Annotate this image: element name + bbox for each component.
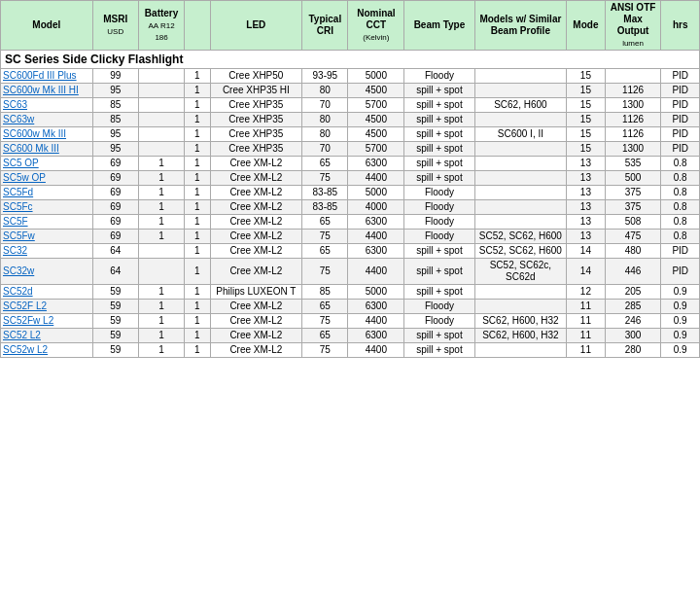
cct-cell: 4000 — [348, 200, 404, 215]
mode-cell: 15 — [567, 142, 605, 157]
led-cell: Cree XM-L2 — [210, 215, 302, 230]
mode-cell: 11 — [567, 329, 605, 343]
model-cell[interactable]: SC52 L2 — [1, 329, 93, 343]
table-row: SC600Fd III Plus 99 1 Cree XHP50 93-95 5… — [1, 69, 700, 84]
section-title: SC Series Side Clicky Flashlight — [1, 51, 700, 69]
hrs-cell: 0.9 — [661, 314, 700, 329]
beam-cell: Floody — [404, 314, 474, 329]
cct-cell: 6300 — [348, 157, 404, 171]
count-cell: 1 — [185, 244, 210, 259]
msri-cell: 69 — [92, 157, 138, 171]
battery-cell — [138, 259, 184, 285]
battery-cell — [138, 113, 184, 127]
count-cell: 1 — [185, 84, 210, 98]
model-cell[interactable]: SC63 — [1, 98, 93, 113]
cri-cell: 80 — [302, 127, 348, 142]
model-cell[interactable]: SC600 Mk III — [1, 142, 93, 157]
mode-cell: 14 — [567, 244, 605, 259]
beam-cell: Floody — [404, 200, 474, 215]
count-cell: 1 — [185, 314, 210, 329]
cri-cell: 65 — [302, 300, 348, 314]
beam-cell: spill + spot — [404, 329, 474, 343]
table-row: SC32 64 1 Cree XM-L2 65 6300 spill + spo… — [1, 244, 700, 259]
led-cell: Cree XM-L2 — [210, 300, 302, 314]
battery-cell: 1 — [138, 314, 184, 329]
count-cell: 1 — [185, 69, 210, 84]
cri-cell: 80 — [302, 84, 348, 98]
model-cell[interactable]: SC32 — [1, 244, 93, 259]
model-cell[interactable]: SC600Fd III Plus — [1, 69, 93, 84]
similar-cell — [474, 69, 567, 84]
ansi-cell: 205 — [605, 285, 661, 300]
model-cell[interactable]: SC5Fw — [1, 230, 93, 244]
mode-cell: 15 — [567, 127, 605, 142]
beam-cell: Floody — [404, 300, 474, 314]
model-cell[interactable]: SC52Fw L2 — [1, 314, 93, 329]
model-cell[interactable]: SC600w Mk III — [1, 127, 93, 142]
col-ansi: ANSI OTF Max Outputlumen — [605, 1, 661, 51]
ansi-cell: 535 — [605, 157, 661, 171]
model-cell[interactable]: SC5 OP — [1, 157, 93, 171]
cri-cell: 75 — [302, 171, 348, 186]
model-cell[interactable]: SC5F — [1, 215, 93, 230]
cri-cell: 65 — [302, 215, 348, 230]
model-cell[interactable]: SC32w — [1, 259, 93, 285]
beam-cell: spill + spot — [404, 127, 474, 142]
battery-cell — [138, 244, 184, 259]
led-cell: Cree XM-L2 — [210, 171, 302, 186]
cct-cell: 5700 — [348, 98, 404, 113]
led-cell: Cree XM-L2 — [210, 186, 302, 200]
count-cell: 1 — [185, 157, 210, 171]
led-cell: Cree XHP35 — [210, 113, 302, 127]
col-mode: Mode — [567, 1, 605, 51]
beam-cell: Floody — [404, 230, 474, 244]
cri-cell: 75 — [302, 230, 348, 244]
model-cell[interactable]: SC52d — [1, 285, 93, 300]
beam-cell: Floody — [404, 69, 474, 84]
led-cell: Cree XM-L2 — [210, 329, 302, 343]
col-cri: Typical CRI — [302, 1, 348, 51]
led-cell: Cree XHP35 — [210, 142, 302, 157]
cct-cell: 5000 — [348, 69, 404, 84]
table-row: SC52F L2 59 1 1 Cree XM-L2 65 6300 Flood… — [1, 300, 700, 314]
hrs-cell: PID — [661, 259, 700, 285]
count-cell: 1 — [185, 142, 210, 157]
msri-cell: 69 — [92, 186, 138, 200]
ansi-cell: 475 — [605, 230, 661, 244]
similar-cell — [474, 84, 567, 98]
count-cell: 1 — [185, 300, 210, 314]
model-cell[interactable]: SC5Fd — [1, 186, 93, 200]
cct-cell: 4500 — [348, 113, 404, 127]
col-battery: BatteryAA R12 186 — [138, 1, 184, 51]
similar-cell: SC52, SC62, H600 — [474, 230, 567, 244]
model-cell[interactable]: SC63w — [1, 113, 93, 127]
model-cell[interactable]: SC600w Mk III HI — [1, 84, 93, 98]
col-msri: MSRIUSD — [92, 1, 138, 51]
col-similar: Models w/ Similar Beam Profile — [474, 1, 567, 51]
model-cell[interactable]: SC52F L2 — [1, 300, 93, 314]
cri-cell: 85 — [302, 285, 348, 300]
cri-cell: 75 — [302, 314, 348, 329]
cct-cell: 4400 — [348, 230, 404, 244]
similar-cell — [474, 142, 567, 157]
beam-cell: spill + spot — [404, 244, 474, 259]
table-row: SC52 L2 59 1 1 Cree XM-L2 65 6300 spill … — [1, 329, 700, 343]
hrs-cell: PID — [661, 142, 700, 157]
msri-cell: 59 — [92, 285, 138, 300]
col-count — [185, 1, 210, 51]
model-cell[interactable]: SC5Fc — [1, 200, 93, 215]
msri-cell: 69 — [92, 171, 138, 186]
hrs-cell: 0.8 — [661, 171, 700, 186]
battery-cell — [138, 127, 184, 142]
hrs-cell: PID — [661, 244, 700, 259]
table-row: SC63w 85 1 Cree XHP35 80 4500 spill + sp… — [1, 113, 700, 127]
battery-cell: 1 — [138, 329, 184, 343]
model-cell[interactable]: SC52w L2 — [1, 343, 93, 358]
msri-cell: 95 — [92, 142, 138, 157]
model-cell[interactable]: SC5w OP — [1, 171, 93, 186]
hrs-cell: 0.8 — [661, 157, 700, 171]
count-cell: 1 — [185, 113, 210, 127]
beam-cell: spill + spot — [404, 98, 474, 113]
similar-cell: SC52, SC62c, SC62d — [474, 259, 567, 285]
count-cell: 1 — [185, 127, 210, 142]
